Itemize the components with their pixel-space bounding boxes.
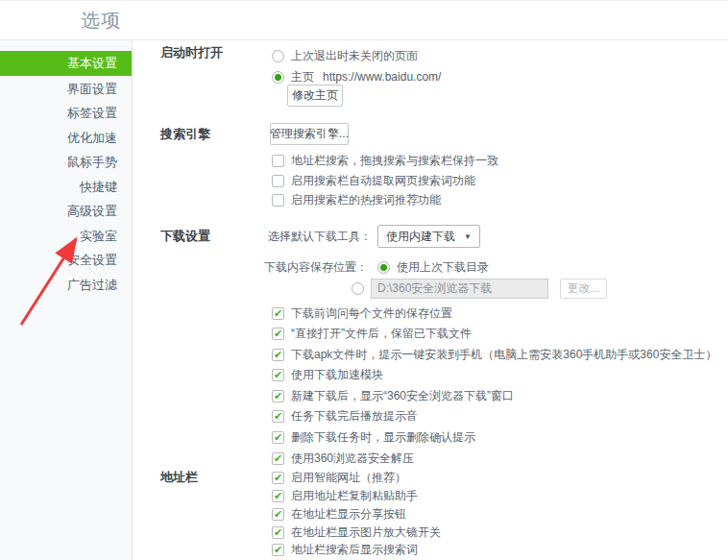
chevron-down-icon: ▼ [464,232,472,241]
sidebar-item-lab[interactable]: 实验室 [0,224,132,249]
save-location-row: 下载内容保存位置： 使用上次下载目录 [264,258,489,276]
download-tool-dropdown[interactable]: 使用内建下载 ▼ [377,225,480,248]
section-label-download: 下载设置 [160,228,210,245]
checkbox-row: ✔ 启用搜索栏的热搜词推荐功能 [272,191,441,208]
check-icon: ✔ [274,390,282,401]
checkbox-image-magnifier[interactable]: ✔ [272,526,284,539]
checkbox-ask-save-location[interactable]: ✔ [272,307,284,320]
checkbox-label: “直接打开”文件后，保留已下载文件 [291,326,472,342]
header: 选项 [0,0,728,40]
sidebar-item-optimization[interactable]: 优化加速 [0,126,132,151]
checkbox-label: 使用下载加速模块 [291,367,383,383]
checkbox-row: ✔ 使用下载加速模块 [272,366,383,383]
check-icon: ✔ [274,452,282,463]
section-label-search: 搜索引擎 [160,126,210,143]
checkbox-label: 地址栏搜索后显示搜索词 [291,542,418,558]
checkbox-share-button[interactable]: ✔ [272,508,284,521]
sidebar-item-mouse-gestures[interactable]: 鼠标手势 [0,150,132,175]
checkbox-show-download-window[interactable]: ✔ [272,390,284,402]
check-icon: ✔ [274,490,282,500]
section-label-addressbar: 地址栏 [160,469,198,486]
checkbox-searchbar-hotwords[interactable]: ✔ [272,194,284,207]
checkbox-label: 启用搜索栏的热搜词推荐功能 [291,192,441,208]
checkbox-label: 新建下载后，显示“360安全浏览器下载”窗口 [291,388,514,404]
homepage-url: https://www.baidu.com/ [323,70,441,84]
checkbox-row: ✔ 启用搜索栏自动提取网页搜索词功能 [272,172,475,189]
sidebar-item-security-settings[interactable]: 安全设置 [0,248,132,273]
custom-dir-row: D:\360安全浏览器下载 [352,279,548,299]
settings-content: 启动时打开 上次退出时未关闭的页面 主页 https://www.baidu.c… [133,40,728,560]
checkbox-row: ✔ 地址栏搜索后显示搜索词 [272,541,418,558]
radio-label: 上次退出时未关闭的页面 [291,48,418,64]
manage-search-engines-button[interactable]: 管理搜索引擎... [270,123,349,145]
checkbox-download-acceleration[interactable]: ✔ [272,369,284,381]
checkbox-row: ✔ 启用地址栏复制粘贴助手 [272,487,418,504]
checkbox-label: 任务下载完后播放提示音 [291,408,418,425]
radio-last-download-dir[interactable] [377,261,390,274]
page-title: 选项 [81,8,121,34]
checkbox-row: ✔ 新建下载后，显示“360安全浏览器下载”窗口 [272,387,514,404]
section-label-startup: 启动时打开 [160,44,223,61]
save-location-label: 下载内容保存位置： [264,259,368,276]
check-icon: ✔ [274,544,282,554]
checkbox-label: 下载apk文件时，提示一键安装到手机（电脑上需安装360手机助手或360安全卫士… [291,347,716,363]
checkbox-label: 启用搜索栏自动提取网页搜索词功能 [291,173,475,189]
check-icon: ✔ [274,410,282,421]
sidebar-item-shortcuts[interactable]: 快捷键 [0,175,132,200]
checkbox-confirm-delete-task[interactable]: ✔ [272,431,284,444]
sidebar-item-advanced-settings[interactable]: 高级设置 [0,199,132,224]
sidebar-item-basic-settings[interactable]: 基本设置 [0,51,132,76]
checkbox-row: ✔ 使用360浏览器安全解压 [272,450,414,467]
checkbox-row: ✔ 在地址栏显示分享按钮 [272,505,406,523]
change-dir-button: 更改... [560,279,607,299]
radio-last-session[interactable] [272,50,284,62]
checkbox-row: ✔ 启用智能网址（推荐） [272,469,406,486]
radio-homepage[interactable] [272,71,284,84]
checkbox-label: 地址栏搜索，拖拽搜索与搜索栏保持一致 [291,153,498,169]
checkbox-label: 启用智能网址（推荐） [291,470,406,486]
check-icon: ✔ [274,526,282,537]
checkbox-addressbar-search-sync[interactable]: ✔ [272,155,284,167]
check-icon: ✔ [274,508,282,519]
sidebar-item-ad-filter[interactable]: 广告过滤 [0,273,132,298]
checkbox-keep-opened-files[interactable]: ✔ [272,328,284,340]
check-icon: ✔ [274,431,282,442]
download-path-field: D:\360安全浏览器下载 [371,279,548,299]
checkbox-smart-url[interactable]: ✔ [272,472,284,484]
check-icon: ✔ [274,369,282,379]
check-icon: ✔ [274,328,282,338]
dropdown-value: 使用内建下载 [386,229,455,245]
check-icon: ✔ [274,472,282,482]
checkbox-row: ✔ 下载前询问每个文件的保存位置 [272,304,452,322]
checkbox-label: 下载前询问每个文件的保存位置 [291,305,452,322]
checkbox-label: 在地址栏显示图片放大镜开关 [291,524,441,541]
modify-homepage-button[interactable]: 修改主页 [287,85,343,107]
checkbox-row: ✔ 下载apk文件时，提示一键安装到手机（电脑上需安装360手机助手或360安全… [272,346,716,363]
checkbox-row: ✔ 删除下载任务时，显示删除确认提示 [272,428,475,446]
checkbox-label: 在地址栏显示分享按钮 [291,506,406,523]
sidebar-item-interface-settings[interactable]: 界面设置 [0,77,132,102]
checkbox-row: ✔ 在地址栏显示图片放大镜开关 [272,523,441,541]
checkbox-row: ✔ 地址栏搜索，拖拽搜索与搜索栏保持一致 [272,152,498,169]
radio-row-homepage: 主页 https://www.baidu.com/ [272,68,441,85]
checkbox-copy-paste-helper[interactable]: ✔ [272,490,284,502]
radio-custom-download-dir[interactable] [352,282,364,295]
check-icon: ✔ [274,307,282,318]
checkbox-apk-install-prompt[interactable]: ✔ [272,349,284,361]
radio-label: 使用上次下载目录 [397,259,489,276]
sidebar-item-tab-settings[interactable]: 标签设置 [0,101,132,126]
checkbox-show-search-terms[interactable]: ✔ [272,544,284,556]
checkbox-label: 启用地址栏复制粘贴助手 [291,488,418,504]
checkbox-row: ✔ 任务下载完后播放提示音 [272,407,418,425]
checkbox-label: 使用360浏览器安全解压 [291,450,414,467]
default-tool-label: 选择默认下载工具： [268,229,372,245]
check-icon: ✔ [274,349,282,359]
checkbox-safe-unzip[interactable]: ✔ [272,452,284,465]
checkbox-row: ✔ “直接打开”文件后，保留已下载文件 [272,325,472,342]
radio-row-last-session: 上次退出时未关闭的页面 [272,47,418,64]
checkbox-searchbar-extract-terms[interactable]: ✔ [272,175,284,187]
checkbox-play-sound-on-complete[interactable]: ✔ [272,410,284,423]
default-tool-row: 选择默认下载工具： 使用内建下载 ▼ [268,225,480,248]
radio-label: 主页 [291,69,314,85]
sidebar: 基本设置 界面设置 标签设置 优化加速 鼠标手势 快捷键 高级设置 实验室 安全… [0,40,133,560]
